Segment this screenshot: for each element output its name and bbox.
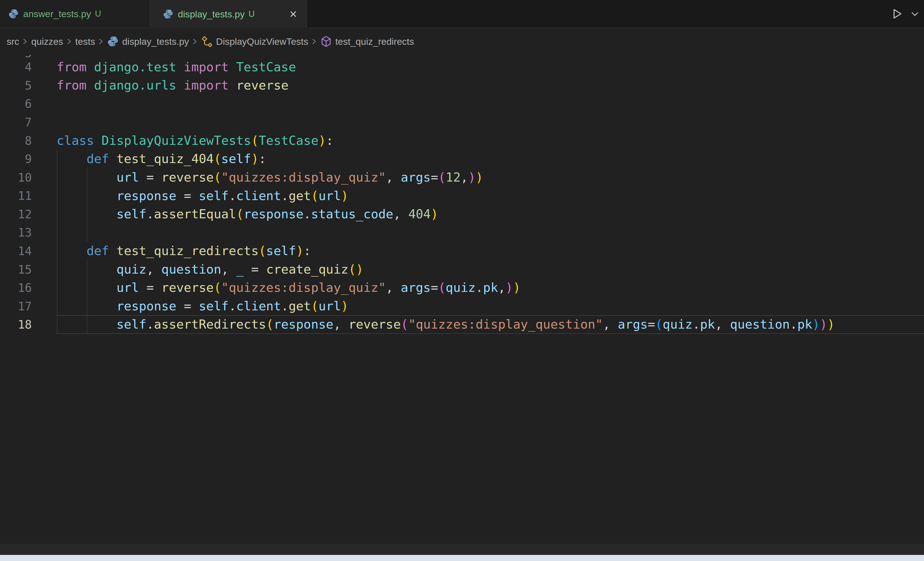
token-b1: ) xyxy=(476,170,483,185)
code-line[interactable]: 13 xyxy=(0,224,924,242)
line-number[interactable]: 16 xyxy=(0,278,32,297)
token-b1: ( xyxy=(251,133,258,148)
line-number[interactable]: 8 xyxy=(0,132,32,150)
line-number[interactable]: 9 xyxy=(0,150,32,168)
tab-answer-tests[interactable]: answer_tests.py U xyxy=(0,0,148,28)
token-op: . xyxy=(229,188,236,203)
line-number[interactable]: 14 xyxy=(0,242,32,260)
token-var: pk xyxy=(797,317,812,332)
code-line[interactable]: 11 response = self.client.get(url) xyxy=(0,187,924,205)
code-line[interactable]: 5from django.urls import reverse xyxy=(0,76,924,95)
code-line[interactable]: 8class DisplayQuizViewTests(TestCase): xyxy=(0,132,924,150)
token-op: , xyxy=(460,170,468,185)
token-var: client xyxy=(236,188,281,203)
tab-bar: answer_tests.py U display_tests.py U xyxy=(0,0,924,28)
run-python-file-button[interactable] xyxy=(891,8,904,20)
line-number[interactable]: 7 xyxy=(0,113,32,132)
token-b2: ( xyxy=(438,280,446,295)
token-fn: reverse xyxy=(348,317,401,332)
token-var: client xyxy=(236,299,281,313)
line-number[interactable]: 5 xyxy=(0,76,32,95)
token-op: = xyxy=(431,170,438,185)
token-fn: test_quiz_404 xyxy=(117,152,214,166)
code-lines: 34from django.test import TestCase5from … xyxy=(0,55,924,334)
chevron-right-icon xyxy=(22,36,28,47)
code-line-content: url = reverse("quizzes:display_quiz", ar… xyxy=(57,168,483,187)
tab-label: display_tests.py xyxy=(178,9,244,20)
close-icon xyxy=(289,10,298,18)
code-line[interactable]: 16 url = reverse("quizzes:display_quiz",… xyxy=(0,278,924,297)
token-str: "quizzes:display_quiz" xyxy=(221,170,386,185)
token-kwb: def xyxy=(86,152,116,166)
token-op: . xyxy=(693,317,700,332)
token-var: args xyxy=(401,170,430,185)
token-mod: django.test xyxy=(94,60,176,74)
vscode-window: { "tabbar": { "tabs": [ {"label": "answe… xyxy=(0,0,924,561)
token-b1: ) xyxy=(296,244,303,258)
token-b1: ( xyxy=(214,152,221,166)
run-dropdown-button[interactable] xyxy=(910,9,920,18)
token-op xyxy=(57,299,117,313)
token-cls: TestCase xyxy=(236,60,296,74)
line-number[interactable]: 17 xyxy=(0,297,32,316)
token-fn: reverse xyxy=(161,280,214,295)
token-kwb: class xyxy=(57,133,102,148)
window-bottom-edge xyxy=(0,555,924,561)
breadcrumb-item-file[interactable]: display_tests.py xyxy=(107,36,189,47)
line-number[interactable]: 4 xyxy=(0,58,32,77)
tab-display-tests[interactable]: display_tests.py U xyxy=(148,0,308,28)
line-number[interactable]: 10 xyxy=(0,168,32,187)
code-line[interactable]: 3 xyxy=(0,55,924,58)
token-b1: ( xyxy=(259,244,266,258)
token-var: question xyxy=(730,317,790,332)
line-number[interactable]: 15 xyxy=(0,260,32,279)
token-op: . xyxy=(790,317,797,332)
breadcrumb-label: test_quiz_redirects xyxy=(335,36,414,47)
token-op: , xyxy=(146,262,161,277)
code-line[interactable]: 12 self.assertEqual(response.status_code… xyxy=(0,205,924,224)
token-str: "quizzes:display_quiz" xyxy=(221,280,386,295)
line-number[interactable]: 6 xyxy=(0,95,32,113)
token-var: args xyxy=(618,317,648,332)
line-number[interactable]: 13 xyxy=(0,224,32,242)
token-fn: test_quiz_redirects xyxy=(117,244,259,258)
token-op: , xyxy=(221,262,236,277)
token-op xyxy=(57,188,117,203)
code-line[interactable]: 6 xyxy=(0,95,924,113)
code-line[interactable]: 7 xyxy=(0,113,924,132)
token-b2: ( xyxy=(401,317,408,332)
token-b2: ) xyxy=(820,317,827,332)
line-number[interactable]: 18 xyxy=(0,315,32,334)
token-b3: ( xyxy=(655,317,663,332)
code-line[interactable]: 9 def test_quiz_404(self): xyxy=(0,150,924,168)
token-var: url xyxy=(318,299,341,313)
close-tab-button[interactable] xyxy=(289,9,298,19)
horizontal-scrollbar-track[interactable] xyxy=(0,544,924,555)
token-kw: from xyxy=(57,60,94,74)
token-var: self xyxy=(221,152,251,166)
code-line[interactable]: 4from django.test import TestCase xyxy=(0,58,924,77)
code-line[interactable]: 15 quiz, question, _ = create_quiz() xyxy=(0,260,924,279)
code-line[interactable]: 10 url = reverse("quizzes:display_quiz",… xyxy=(0,168,924,187)
token-b2: ) xyxy=(506,280,513,295)
code-line[interactable]: 17 response = self.client.get(url) xyxy=(0,297,924,316)
breadcrumb-item-quizzes[interactable]: quizzes xyxy=(31,36,63,47)
token-str: "quizzes:display_question" xyxy=(408,317,603,332)
code-line[interactable]: 14 def test_quiz_redirects(self): xyxy=(0,242,924,260)
token-b3: ) xyxy=(812,317,820,332)
code-line[interactable]: 18 self.assertRedirects(response, revers… xyxy=(0,315,924,334)
code-editor[interactable]: 34from django.test import TestCase5from … xyxy=(0,55,924,544)
breadcrumb-item-class[interactable]: DisplayQuizViewTests xyxy=(201,36,308,47)
token-op: = xyxy=(177,299,199,313)
code-line-content: class DisplayQuizViewTests(TestCase): xyxy=(57,132,333,150)
breadcrumb-item-tests[interactable]: tests xyxy=(75,36,95,47)
token-b1: ) xyxy=(827,317,835,332)
breadcrumb-item-method[interactable]: test_quiz_redirects xyxy=(320,36,414,47)
play-icon xyxy=(891,8,904,20)
breadcrumb-item-src[interactable]: src xyxy=(7,36,19,47)
code-line-content: def test_quiz_redirects(self): xyxy=(57,242,311,260)
token-b1: ( xyxy=(236,207,244,221)
breadcrumb-label: tests xyxy=(75,36,95,47)
line-number[interactable]: 11 xyxy=(0,187,32,205)
line-number[interactable]: 12 xyxy=(0,205,32,224)
